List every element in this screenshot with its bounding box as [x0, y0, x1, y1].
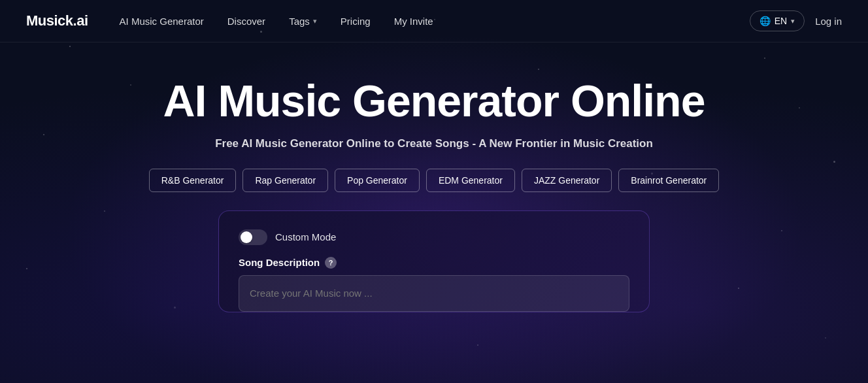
hero-title: AI Music Generator Online [163, 76, 705, 125]
nav-link-ai-music-generator[interactable]: AI Music Generator [120, 16, 204, 27]
login-button[interactable]: Log in [815, 16, 842, 27]
chevron-down-icon: ▾ [791, 17, 795, 25]
tag-rap-generator[interactable]: Rap Generator [242, 169, 328, 192]
toggle-knob [241, 231, 252, 243]
custom-mode-toggle[interactable] [239, 229, 267, 245]
custom-mode-label: Custom Mode [275, 231, 336, 242]
tag-pop-generator[interactable]: Pop Generator [335, 169, 420, 192]
music-generator-card: Custom Mode Song Description ? [218, 210, 650, 312]
help-icon[interactable]: ? [325, 257, 337, 269]
nav-links: AI Music Generator Discover Tags ▾ Prici… [120, 16, 750, 27]
hero-section: AI Music Generator Online Free AI Music … [0, 42, 868, 312]
language-selector[interactable]: 🌐 EN ▾ [750, 10, 805, 31]
tag-edm-generator[interactable]: EDM Generator [426, 169, 515, 192]
nav-right: 🌐 EN ▾ Log in [750, 10, 842, 31]
song-description-input[interactable] [239, 275, 629, 312]
chevron-down-icon: ▾ [313, 17, 317, 25]
lang-label: EN [775, 16, 787, 26]
tag-rnb-generator[interactable]: R&B Generator [149, 169, 237, 192]
nav-link-tags[interactable]: Tags ▾ [289, 16, 317, 27]
custom-mode-row: Custom Mode [239, 229, 629, 245]
nav-link-pricing[interactable]: Pricing [341, 16, 371, 27]
nav-link-discover[interactable]: Discover [227, 16, 265, 27]
song-description-row: Song Description ? [239, 257, 629, 269]
globe-icon: 🌐 [760, 16, 771, 26]
hero-subtitle: Free AI Music Generator Online to Create… [215, 137, 653, 150]
tag-jazz-generator[interactable]: JAZZ Generator [522, 169, 612, 192]
song-description-label: Song Description [239, 257, 320, 268]
genre-tag-buttons: R&B Generator Rap Generator Pop Generato… [149, 169, 720, 192]
tag-brainrot-generator[interactable]: Brainrot Generator [618, 169, 719, 192]
navbar: Musick.ai AI Music Generator Discover Ta… [0, 0, 868, 42]
nav-link-my-invite[interactable]: My Invite [394, 16, 433, 27]
site-logo[interactable]: Musick.ai [26, 12, 88, 29]
